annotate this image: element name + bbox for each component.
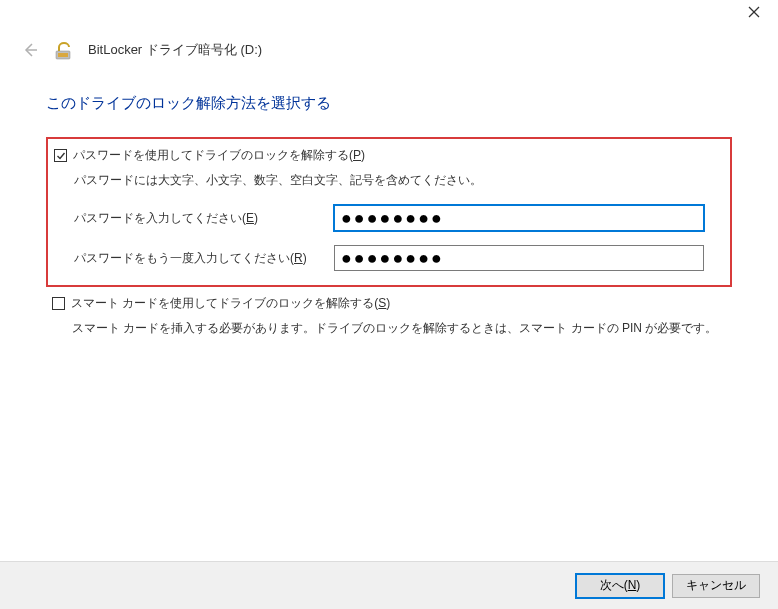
password-checkbox-label[interactable]: パスワードを使用してドライブのロックを解除する(P) (73, 147, 365, 164)
close-icon[interactable] (748, 6, 764, 22)
smartcard-hint: スマート カードを挿入する必要があります。ドライブのロックを解除するときは、スマ… (52, 320, 732, 337)
back-arrow-icon (20, 40, 40, 60)
password-hint: パスワードには大文字、小文字、数字、空白文字、記号を含めてください。 (54, 172, 720, 189)
next-button[interactable]: 次へ(N) (576, 574, 664, 598)
smartcard-checkbox-label[interactable]: スマート カードを使用してドライブのロックを解除する(S) (71, 295, 390, 312)
header-title: BitLocker ドライブ暗号化 (D:) (88, 41, 262, 59)
smartcard-checkbox[interactable] (52, 297, 65, 310)
password-confirm-label: パスワードをもう一度入力してください(R) (74, 250, 334, 267)
password-checkbox[interactable] (54, 149, 67, 162)
password-confirm-input[interactable]: ●●●●●●●● (334, 245, 704, 271)
page-title: このドライブのロック解除方法を選択する (46, 94, 732, 113)
cancel-button[interactable]: キャンセル (672, 574, 760, 598)
password-section-highlight: パスワードを使用してドライブのロックを解除する(P) パスワードには大文字、小文… (46, 137, 732, 287)
bitlocker-icon (54, 40, 74, 60)
svg-rect-4 (58, 53, 68, 57)
password-input[interactable]: ●●●●●●●● (334, 205, 704, 231)
password-input-label: パスワードを入力してください(E) (74, 210, 334, 227)
